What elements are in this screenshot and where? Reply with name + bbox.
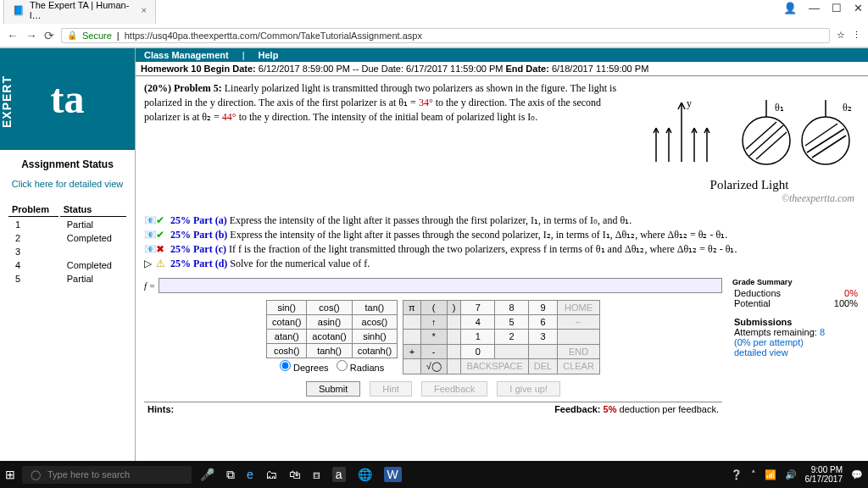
detailed-view-link[interactable]: Click here for detailed view (0, 179, 135, 189)
fn-btn[interactable]: acotan() (307, 330, 352, 344)
attempts-link[interactable]: 8 (820, 327, 825, 337)
num-btn[interactable]: ( (420, 301, 447, 315)
submit-button[interactable]: Submit (306, 381, 360, 396)
minimize-icon[interactable]: — (809, 2, 820, 14)
num-btn[interactable]: 1 (461, 330, 495, 344)
fn-btn[interactable]: cotan() (267, 315, 307, 330)
menu-icon[interactable]: ⋮ (852, 30, 861, 41)
plus-btn[interactable]: + (403, 344, 421, 358)
num-btn[interactable]: 9 (528, 301, 557, 315)
mic-icon[interactable]: 🎤 (200, 468, 214, 481)
giveup-button[interactable]: I give up! (497, 381, 560, 396)
del-btn[interactable]: DEL (528, 358, 557, 374)
end-btn[interactable]: END (558, 344, 600, 358)
problem-figure: y θ₁ θ₂ Polarized Light ©theexpertta.com (631, 76, 868, 210)
num-btn[interactable]: 5 (495, 315, 529, 330)
word-icon[interactable]: W (384, 467, 402, 482)
fn-btn[interactable]: atan() (267, 330, 307, 344)
forward-icon[interactable]: → (25, 29, 37, 42)
fn-btn[interactable]: sinh() (352, 330, 397, 344)
dropbox-icon[interactable]: ⧈ (313, 468, 320, 482)
fn-btn[interactable]: cosh() (267, 344, 307, 358)
chevron-up-icon[interactable]: ˄ (751, 469, 756, 480)
num-btn[interactable]: 0 (461, 344, 495, 358)
degrees-radio[interactable]: Degrees (280, 363, 329, 373)
grade-summary: Grade Summary Deductions0% Potential100%… (732, 278, 860, 416)
num-btn[interactable]: π (403, 301, 421, 315)
sqrt-btn[interactable]: √◯ (420, 358, 447, 374)
logo-text: ta (51, 82, 85, 117)
svg-line-12 (805, 124, 837, 146)
num-btn[interactable]: 2 (495, 330, 529, 344)
check-icon: ✔ (156, 229, 166, 241)
fn-btn[interactable]: tanh() (307, 344, 352, 358)
table-row[interactable]: 2Completed (8, 232, 126, 244)
url-text: https://usq40pa.theexpertta.com/Common/T… (125, 30, 422, 41)
clear-btn[interactable]: CLEAR (558, 358, 600, 374)
fn-btn[interactable]: asin() (307, 315, 352, 330)
help-tray-icon[interactable]: ❔ (731, 469, 743, 480)
help-link[interactable]: Help (259, 50, 279, 60)
windows-taskbar: ⊞ ◯ Type here to search 🎤 ⧉ e 🗂 🛍 ⧈ a 🌐 … (0, 461, 868, 488)
browser-tab[interactable]: 📘 The Expert TA | Human-l… × (3, 0, 156, 24)
warning-icon: ⚠ (156, 258, 166, 270)
address-bar[interactable]: 🔒 Secure | https://usq40pa.theexpertta.c… (61, 28, 830, 43)
close-icon[interactable]: × (142, 5, 147, 15)
num-btn[interactable]: 8 (495, 301, 529, 315)
backspace-btn[interactable]: BACKSPACE (461, 358, 528, 374)
figure-caption: Polarized Light (636, 178, 863, 192)
fn-btn[interactable]: cos() (307, 301, 352, 315)
fn-btn[interactable]: sin() (267, 301, 307, 315)
close-window-icon[interactable]: ✕ (854, 2, 863, 14)
expert-vertical-label: EXPERT (0, 53, 15, 150)
edge-icon[interactable]: e (247, 468, 253, 481)
taskview-icon[interactable]: ⧉ (226, 468, 235, 482)
amazon-icon[interactable]: a (332, 467, 346, 482)
mul-btn[interactable]: * (420, 330, 447, 344)
fn-btn[interactable]: cotanh() (352, 344, 397, 358)
num-btn[interactable]: 6 (528, 315, 557, 330)
hint-button[interactable]: Hint (370, 381, 412, 396)
radians-radio[interactable]: Radians (337, 363, 384, 373)
svg-text:y: y (687, 97, 692, 109)
home-btn[interactable]: HOME (558, 301, 600, 315)
account-icon[interactable]: 👤 (783, 2, 797, 14)
feedback-button[interactable]: Feedback (421, 381, 487, 396)
answer-input[interactable] (159, 278, 722, 293)
table-row[interactable]: 1Partial (8, 219, 126, 230)
num-btn[interactable]: ) (447, 301, 461, 315)
calculator-pad: sin()cos()tan() cotan()asin()acos() atan… (144, 300, 722, 374)
num-btn[interactable]: 7 (461, 301, 495, 315)
table-row[interactable]: 5Partial (8, 273, 126, 285)
x-icon: ✖ (156, 243, 166, 256)
class-mgmt-link[interactable]: Class Management (144, 50, 229, 60)
num-btn[interactable]: 4 (461, 315, 495, 330)
fn-btn[interactable]: acos() (352, 315, 397, 330)
hints-label: Hints: (147, 404, 174, 414)
hw-info: Homework 10 Begin Date: 6/12/2017 8:59:0… (136, 62, 868, 76)
top-nav: Class Management | Help (136, 48, 868, 62)
reload-icon[interactable]: ⟳ (44, 29, 54, 42)
clock[interactable]: 9:00 PM 6/17/2017 (805, 465, 843, 484)
explorer-icon[interactable]: 🗂 (265, 468, 277, 481)
problem-status-table: ProblemStatus 1Partial 2Completed 3 4Com… (7, 201, 128, 286)
notifications-icon[interactable]: 💬 (851, 469, 863, 480)
star-icon[interactable]: ☆ (837, 30, 845, 41)
up-btn[interactable]: ↑ (420, 315, 447, 330)
taskbar-search[interactable]: ◯ Type here to search (22, 466, 192, 484)
table-row[interactable]: 3 (8, 246, 126, 258)
fn-btn[interactable]: tan() (352, 301, 397, 315)
volume-icon[interactable]: 🔊 (785, 469, 797, 480)
back-icon[interactable]: ← (7, 29, 19, 42)
svg-text:θ₁: θ₁ (775, 102, 784, 114)
network-icon[interactable]: 📶 (765, 469, 776, 480)
detailed-view-link[interactable]: detailed view (732, 347, 860, 358)
minus-btn[interactable]: - (420, 344, 447, 358)
store-icon[interactable]: 🛍 (289, 468, 301, 481)
chrome-icon[interactable]: 🌐 (358, 468, 372, 481)
num-btn[interactable]: 3 (528, 330, 557, 344)
check-icon: ✔ (156, 214, 166, 227)
maximize-icon[interactable]: ☐ (832, 2, 842, 14)
table-row[interactable]: 4Completed (8, 259, 126, 271)
start-button[interactable]: ⊞ (5, 468, 15, 481)
